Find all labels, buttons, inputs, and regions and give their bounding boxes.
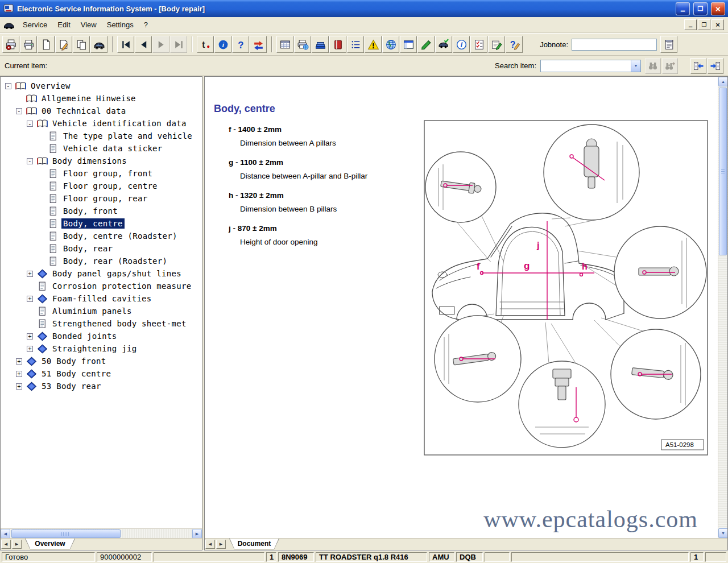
manuals-button[interactable]	[312, 36, 329, 53]
collapse-icon[interactable]: -	[27, 158, 33, 164]
tree-item[interactable]: Body, rear (Roadster)	[1, 255, 202, 267]
terminology-button[interactable]: t	[197, 36, 214, 53]
warning-button[interactable]	[365, 36, 382, 53]
menu-edit[interactable]: Edit	[52, 18, 75, 31]
chapter-book-icon	[37, 344, 48, 354]
window-layout-button[interactable]	[400, 36, 417, 53]
expand-icon[interactable]: +	[27, 346, 33, 352]
tree-item[interactable]: Floor group, front	[1, 167, 202, 180]
compare-button[interactable]	[250, 36, 267, 53]
document-minimize-button[interactable]	[684, 19, 697, 30]
tree-item[interactable]: Aluminium panels	[1, 305, 202, 317]
marker-button[interactable]	[417, 36, 435, 53]
titlebar[interactable]: Electronic Service Information System - …	[0, 0, 728, 17]
nav-first-button[interactable]	[117, 36, 134, 53]
feedback-button[interactable]: ?	[506, 36, 523, 53]
tree-item[interactable]: Floor group, centre	[1, 180, 202, 192]
web-button[interactable]	[382, 36, 399, 53]
expand-icon[interactable]: +	[27, 296, 33, 302]
menu-settings[interactable]: Settings	[102, 18, 139, 31]
tree-item[interactable]: +Body panel gaps/shut lines	[1, 267, 202, 280]
service-info-button[interactable]: i	[453, 36, 470, 53]
expand-icon[interactable]: +	[27, 333, 33, 340]
tree-item[interactable]: Allgemeine Hinweise	[1, 92, 202, 105]
print-admin-button[interactable]	[2, 36, 19, 53]
scrollbar-thumb[interactable]	[11, 529, 121, 538]
parts-table-button[interactable]	[276, 36, 293, 53]
tree-item[interactable]: Body, rear	[1, 242, 202, 255]
menu-service[interactable]: Service	[18, 18, 52, 31]
document-vertical-scrollbar[interactable]	[718, 77, 727, 538]
menu-view[interactable]: View	[76, 18, 102, 31]
tab-scroll-left-button[interactable]	[1, 540, 11, 549]
scroll-down-button[interactable]	[718, 528, 728, 538]
tab-scroll-right-button[interactable]	[12, 540, 22, 549]
vehicle-button[interactable]	[90, 36, 107, 53]
tree-item[interactable]: +Bonded joints	[1, 330, 202, 342]
nav-back-button[interactable]	[135, 36, 152, 53]
vehicle-check-button[interactable]	[435, 36, 452, 53]
jobnote-button[interactable]	[660, 36, 677, 53]
print-list-button[interactable]	[294, 36, 311, 53]
tree-item[interactable]: Strengthened body sheet-met	[1, 317, 202, 330]
expand-icon[interactable]: +	[16, 371, 22, 377]
help-button[interactable]: ?	[232, 36, 249, 53]
scroll-up-button[interactable]	[718, 77, 728, 86]
tree-item[interactable]: Floor group, rear	[1, 192, 202, 205]
combobox-dropdown-button[interactable]	[631, 60, 640, 72]
tree-item[interactable]: Body, centre (Roadster)	[1, 230, 202, 242]
scrollbar-track[interactable]	[718, 86, 727, 528]
info-button[interactable]: i	[214, 36, 231, 53]
search-item-combobox[interactable]	[540, 60, 641, 72]
restore-button[interactable]	[693, 2, 708, 15]
checklist-button[interactable]	[470, 36, 487, 53]
notes-button[interactable]	[488, 36, 505, 53]
next-hit-button[interactable]	[708, 58, 723, 74]
tree-item[interactable]: -Overview	[1, 80, 202, 92]
collapse-icon[interactable]: -	[27, 121, 33, 127]
collapse-icon[interactable]: -	[5, 83, 11, 89]
tree-item[interactable]: +Straightening jig	[1, 342, 202, 355]
tree-item-label: Body dimensions	[51, 156, 129, 166]
collapse-icon[interactable]: -	[16, 108, 22, 114]
tree-horizontal-scrollbar[interactable]	[1, 528, 202, 538]
tab-scroll-left-button[interactable]	[205, 540, 215, 549]
tab-document[interactable]: Document	[229, 539, 279, 549]
tree-item[interactable]: -Body dimensions	[1, 155, 202, 167]
jobnote-input[interactable]	[572, 39, 657, 51]
new-document-button[interactable]	[38, 36, 55, 53]
bookmark-button[interactable]	[329, 36, 346, 53]
previous-hit-button[interactable]	[690, 58, 706, 74]
tree-item[interactable]: Vehicle data sticker	[1, 142, 202, 155]
minimize-button[interactable]	[676, 2, 690, 15]
tree-item[interactable]: +51 Body centre	[1, 367, 202, 380]
expand-icon[interactable]: +	[16, 358, 22, 365]
scrollbar-track[interactable]	[10, 529, 192, 538]
scrollbar-thumb[interactable]	[719, 88, 727, 255]
menu-help[interactable]: ?	[139, 18, 153, 31]
document-close-button[interactable]	[712, 19, 724, 30]
tree-item[interactable]: +53 Body rear	[1, 380, 202, 392]
tree-item[interactable]: +Foam-filled cavities	[1, 292, 202, 305]
copy-button[interactable]	[73, 36, 90, 53]
tab-scroll-right-button[interactable]	[216, 540, 226, 549]
tab-overview[interactable]: Overview	[25, 539, 75, 549]
close-button[interactable]	[711, 2, 725, 15]
tree-item[interactable]: -00 Technical data	[1, 105, 202, 117]
edit-document-button[interactable]	[55, 36, 72, 53]
search-item-input[interactable]	[541, 60, 631, 72]
window-menu-icon[interactable]	[3, 19, 15, 31]
expand-icon[interactable]: +	[16, 383, 22, 390]
tree-item[interactable]: +50 Body front	[1, 355, 202, 367]
tree-item[interactable]: The type plate and vehicle	[1, 130, 202, 142]
print-button[interactable]	[20, 36, 37, 53]
index-button[interactable]	[347, 36, 364, 53]
tree-item[interactable]: -Vehicle identification data	[1, 117, 202, 130]
scroll-right-button[interactable]	[192, 529, 202, 539]
scroll-left-button[interactable]	[1, 529, 10, 539]
document-restore-button[interactable]	[698, 19, 710, 30]
tree-item[interactable]: Corrosion protection measure	[1, 280, 202, 292]
expand-icon[interactable]: +	[27, 271, 33, 277]
tree-item[interactable]: Body, centre	[1, 217, 202, 230]
tree-item[interactable]: Body, front	[1, 205, 202, 217]
